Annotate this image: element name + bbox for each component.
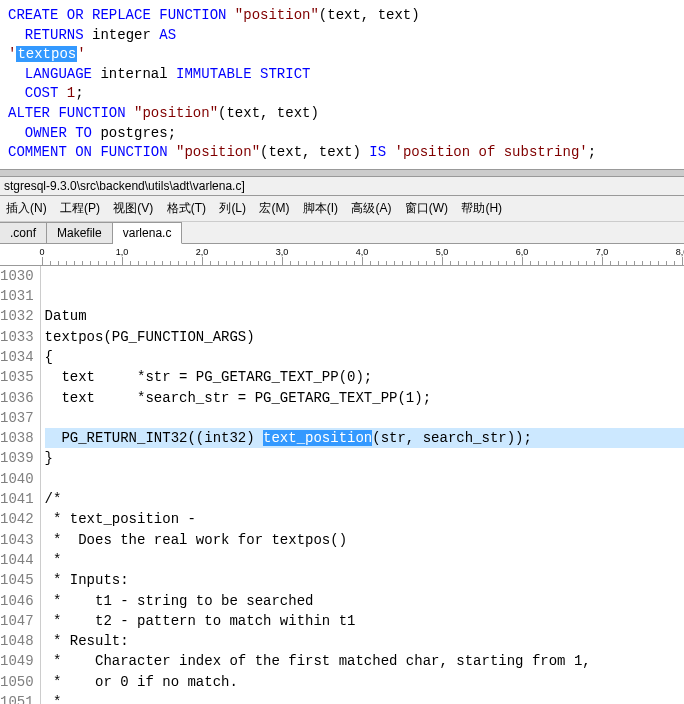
code-line: textpos(PG_FUNCTION_ARGS) (45, 327, 684, 347)
line-number-gutter: 1030103110321033103410351036103710381039… (0, 266, 41, 704)
line-number: 1042 (0, 509, 34, 529)
code-line: text *search_str = PG_GETARG_TEXT_PP(1); (45, 388, 684, 408)
line-number: 1044 (0, 550, 34, 570)
line-number: 1048 (0, 631, 34, 651)
menu-window[interactable]: 窗口(W) (405, 201, 448, 215)
line-number: 1039 (0, 448, 34, 468)
line-number: 1038 (0, 428, 34, 448)
menu-advanced[interactable]: 高级(A) (351, 201, 391, 215)
code-line: * Result: (45, 631, 684, 651)
line-number: 1036 (0, 388, 34, 408)
line-number: 1043 (0, 530, 34, 550)
ruler-label: 7,0 (596, 247, 609, 257)
line-number: 1040 (0, 469, 34, 489)
selected-text: text_position (263, 430, 372, 446)
code-editor[interactable]: 1030103110321033103410351036103710381039… (0, 266, 684, 704)
code-line: * Inputs: (45, 570, 684, 590)
menu-help[interactable]: 帮助(H) (461, 201, 502, 215)
code-line: PG_RETURN_INT32((int32) text_position(st… (45, 428, 684, 448)
tab-varlena-c[interactable]: varlena.c (113, 222, 183, 244)
sql-line: OWNER TO postgres; (8, 124, 676, 144)
line-number: 1033 (0, 327, 34, 347)
window-title-bar: stgresql-9.3.0\src\backend\utils\adt\var… (0, 176, 684, 196)
code-line: { (45, 347, 684, 367)
code-line: * Character index of the first matched c… (45, 651, 684, 671)
sql-line: LANGUAGE internal IMMUTABLE STRICT (8, 65, 676, 85)
code-line: * text_position - (45, 509, 684, 529)
code-line: * or 0 if no match. (45, 672, 684, 692)
menu-bar: 插入(N) 工程(P) 视图(V) 格式(T) 列(L) 宏(M) 脚本(I) … (0, 196, 684, 222)
menu-project[interactable]: 工程(P) (60, 201, 100, 215)
ruler-label: 2,0 (196, 247, 209, 257)
line-number: 1041 (0, 489, 34, 509)
menu-macro[interactable]: 宏(M) (259, 201, 289, 215)
menu-format[interactable]: 格式(T) (167, 201, 206, 215)
sql-line: ALTER FUNCTION "position"(text, text) (8, 104, 676, 124)
ruler-label: 4,0 (356, 247, 369, 257)
column-ruler: 01,02,03,04,05,06,07,08,0 (0, 244, 684, 266)
code-line: } (45, 448, 684, 468)
code-line: * (45, 550, 684, 570)
ruler-label: 8,0 (676, 247, 684, 257)
line-number: 1049 (0, 651, 34, 671)
tab-makefile[interactable]: Makefile (47, 222, 113, 243)
line-number: 1030 (0, 266, 34, 286)
line-number: 1045 (0, 570, 34, 590)
menu-column[interactable]: 列(L) (219, 201, 246, 215)
code-line: * t2 - pattern to match within t1 (45, 611, 684, 631)
line-number: 1051 (0, 692, 34, 704)
sql-editor-pane[interactable]: CREATE OR REPLACE FUNCTION "position"(te… (0, 0, 684, 170)
menu-insert[interactable]: 插入(N) (6, 201, 47, 215)
menu-view[interactable]: 视图(V) (113, 201, 153, 215)
sql-line: CREATE OR REPLACE FUNCTION "position"(te… (8, 6, 676, 26)
line-number: 1047 (0, 611, 34, 631)
code-content[interactable]: Datumtextpos(PG_FUNCTION_ARGS){ text *st… (41, 266, 684, 704)
ruler-label: 0 (39, 247, 44, 257)
line-number: 1046 (0, 591, 34, 611)
code-line: * Does the real work for textpos() (45, 530, 684, 550)
sql-line: COST 1; (8, 84, 676, 104)
tab-conf[interactable]: .conf (0, 222, 47, 243)
selected-text: textpos (16, 46, 77, 62)
line-number: 1050 (0, 672, 34, 692)
code-line (45, 408, 684, 428)
line-number: 1031 (0, 286, 34, 306)
ruler-label: 5,0 (436, 247, 449, 257)
sql-line: 'textpos' (8, 45, 676, 65)
line-number: 1032 (0, 306, 34, 326)
ruler-label: 6,0 (516, 247, 529, 257)
code-line: /* (45, 489, 684, 509)
file-tabs: .conf Makefile varlena.c (0, 222, 684, 244)
sql-line: COMMENT ON FUNCTION "position"(text, tex… (8, 143, 676, 163)
code-line: * (45, 692, 684, 704)
code-line: text *str = PG_GETARG_TEXT_PP(0); (45, 367, 684, 387)
ruler-label: 1,0 (116, 247, 129, 257)
line-number: 1035 (0, 367, 34, 387)
menu-script[interactable]: 脚本(I) (303, 201, 338, 215)
code-line: Datum (45, 306, 684, 326)
line-number: 1037 (0, 408, 34, 428)
ruler-label: 3,0 (276, 247, 289, 257)
line-number: 1034 (0, 347, 34, 367)
sql-line: RETURNS integer AS (8, 26, 676, 46)
code-line (45, 469, 684, 489)
code-line: * t1 - string to be searched (45, 591, 684, 611)
